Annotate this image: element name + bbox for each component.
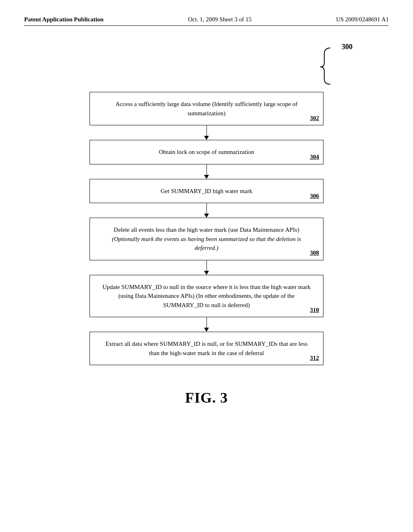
page: Patent Application Publication Oct. 1, 2… <box>0 0 413 532</box>
arrow-line-2 <box>206 164 207 175</box>
step-304-number: 304 <box>310 152 319 162</box>
arrow-5 <box>204 317 209 332</box>
box-306-text: Get SUMMARY_ID high water mark <box>161 188 252 194</box>
box-302-text: Access a sufficiently large data volume … <box>115 101 297 116</box>
header-patent-number: US 2009/0248691 A1 <box>336 16 389 23</box>
step-312-number: 312 <box>310 353 319 363</box>
flow-box-312: Extract all data where SUMMARY_ID is nul… <box>90 332 323 365</box>
header-publication-label: Patent Application Publication <box>24 16 104 23</box>
arrow-line-1 <box>206 125 207 136</box>
step-302-number: 302 <box>310 114 319 123</box>
arrow-1 <box>204 125 209 140</box>
header-date-sheet: Oct. 1, 2009 Sheet 3 of 15 <box>188 16 251 23</box>
flow-box-310: Update SUMMARY_ID to null in the source … <box>90 275 323 318</box>
arrow-line-4 <box>206 260 207 271</box>
flow-box-304: Obtain lock on scope of summarization 30… <box>90 140 323 164</box>
arrow-3 <box>204 203 209 218</box>
step-310-number: 310 <box>310 305 319 315</box>
arrow-head-4 <box>204 271 209 275</box>
box-304-text: Obtain lock on scope of summarization <box>159 149 254 155</box>
flowchart: 300 Access a sufficiently large data vol… <box>24 46 389 365</box>
start-label: 300 <box>342 43 353 51</box>
arrow-head-2 <box>204 175 209 179</box>
figure-caption-text: FIG. 3 <box>185 390 228 406</box>
start-brace-icon <box>312 46 336 86</box>
header: Patent Application Publication Oct. 1, 2… <box>24 16 389 26</box>
box-308-italic-text: (Optionally mark the events as having be… <box>112 236 301 251</box>
step-308-number: 308 <box>310 248 319 258</box>
figure-caption: FIG. 3 <box>24 389 389 406</box>
flow-box-302: Access a sufficiently large data volume … <box>90 92 323 125</box>
flow-box-308: Delete all events less than the high wat… <box>90 218 323 260</box>
arrow-4 <box>204 260 209 275</box>
box-308-text: Delete all events less than the high wat… <box>114 227 299 233</box>
arrow-head-3 <box>204 214 209 218</box>
arrow-2 <box>204 164 209 179</box>
arrow-head-1 <box>204 136 209 140</box>
box-312-text: Extract all data where SUMMARY_ID is nul… <box>105 341 307 356</box>
arrow-head-5 <box>204 328 209 332</box>
start-symbol: 300 <box>312 46 336 88</box>
flow-box-306: Get SUMMARY_ID high water mark 306 <box>90 179 323 204</box>
arrow-line-3 <box>206 203 207 214</box>
arrow-line-5 <box>206 317 207 328</box>
step-306-number: 306 <box>310 191 319 201</box>
box-310-text: Update SUMMARY_ID to null in the source … <box>102 284 311 308</box>
